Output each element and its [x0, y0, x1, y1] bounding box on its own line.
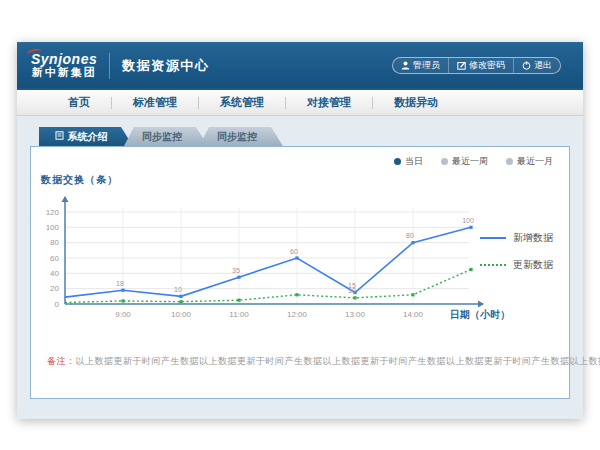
chart-legend: 新增数据 更新数据	[480, 231, 553, 272]
svg-text:120: 120	[46, 208, 60, 217]
svg-text:35: 35	[232, 267, 240, 274]
note-text: 以上数据更新于时间产生数据以上数据更新于时间产生数据以上数据更新于时间产生数据以…	[76, 356, 600, 366]
power-icon	[522, 61, 531, 70]
svg-text:60: 60	[50, 254, 59, 263]
tab-label: 同步监控	[142, 130, 182, 144]
svg-text:9:00: 9:00	[115, 310, 131, 319]
tab-label: 同步监控	[217, 130, 257, 144]
logout-label: 退出	[534, 59, 552, 72]
svg-text:100: 100	[46, 223, 60, 232]
tab-system-intro[interactable]: 系统介绍	[39, 127, 133, 146]
svg-text:20: 20	[50, 284, 59, 293]
svg-text:18: 18	[116, 280, 124, 287]
footer-note: 备注：以上数据更新于时间产生数据以上数据更新于时间产生数据以上数据更新于时间产生…	[47, 355, 600, 368]
legend-item-update-data: 更新数据	[480, 258, 553, 272]
header-divider	[109, 53, 110, 79]
svg-text:40: 40	[50, 269, 59, 278]
legend-label: 新增数据	[513, 231, 553, 245]
chart-panel: 当日 最近一周 最近一月 数据交换（条） 0204060801001209:00…	[30, 146, 570, 399]
edit-icon	[457, 61, 466, 70]
logout-button[interactable]: 退出	[513, 58, 560, 73]
legend-item-new-data: 新增数据	[480, 231, 553, 245]
svg-text:日期（小时）: 日期（小时）	[450, 309, 510, 320]
radio-last-week[interactable]: 最近一周	[441, 155, 488, 168]
svg-text:10: 10	[348, 287, 356, 294]
solid-line-icon	[480, 237, 506, 239]
tab-label: 系统介绍	[68, 130, 108, 144]
user-toolbar: 管理员 修改密码 退出	[392, 57, 561, 74]
tab-sync-monitor-2[interactable]: 同步监控	[199, 127, 283, 146]
logo-text: Synjones	[31, 52, 97, 67]
svg-text:10: 10	[174, 286, 182, 293]
svg-text:13:00: 13:00	[345, 310, 366, 319]
content-area: 系统介绍 同步监控 同步监控 当日 最近一周	[17, 116, 583, 419]
svg-text:12:00: 12:00	[287, 310, 308, 319]
nav-item-system-mgmt[interactable]: 系统管理	[199, 90, 285, 115]
note-label: 备注：	[47, 356, 76, 366]
tab-sync-monitor-1[interactable]: 同步监控	[124, 127, 208, 146]
nav-item-data-change[interactable]: 数据异动	[373, 90, 459, 115]
change-password-button[interactable]: 修改密码	[448, 58, 513, 73]
radio-last-month[interactable]: 最近一月	[506, 155, 553, 168]
time-range-filter: 当日 最近一周 最近一月	[394, 155, 553, 168]
radio-dot-icon	[506, 158, 513, 165]
tab-bar: 系统介绍 同步监控 同步监控	[39, 127, 283, 146]
svg-text:0: 0	[55, 300, 60, 309]
svg-text:100: 100	[462, 217, 474, 224]
svg-text:80: 80	[50, 238, 59, 247]
page-title: 数据资源中心	[122, 57, 209, 75]
app-window: Synjones 新中新集团 数据资源中心 管理员 修改密码	[17, 42, 583, 419]
svg-text:80: 80	[406, 232, 414, 239]
app-header: Synjones 新中新集团 数据资源中心 管理员 修改密码	[17, 42, 583, 88]
radio-label: 最近一月	[517, 155, 553, 168]
user-icon	[401, 61, 410, 70]
radio-today[interactable]: 当日	[394, 155, 423, 168]
nav-item-standard-mgmt[interactable]: 标准管理	[112, 90, 198, 115]
y-axis-label: 数据交换（条）	[41, 173, 118, 187]
user-button-label: 管理员	[413, 59, 440, 72]
legend-label: 更新数据	[513, 258, 553, 272]
company-logo: Synjones 新中新集团	[31, 52, 97, 78]
svg-text:60: 60	[290, 248, 298, 255]
radio-dot-icon	[441, 158, 448, 165]
svg-text:11:00: 11:00	[229, 310, 249, 319]
svg-text:14:00: 14:00	[403, 310, 424, 319]
radio-label: 当日	[405, 155, 423, 168]
document-icon	[55, 131, 64, 142]
change-password-label: 修改密码	[469, 59, 505, 72]
logo-subtext: 新中新集团	[31, 67, 97, 79]
radio-label: 最近一周	[452, 155, 488, 168]
svg-text:10:00: 10:00	[171, 310, 192, 319]
dotted-line-icon	[480, 264, 506, 266]
radio-dot-icon	[394, 158, 401, 165]
main-nav: 首页 标准管理 系统管理 对接管理 数据异动	[17, 88, 583, 116]
nav-item-docking-mgmt[interactable]: 对接管理	[286, 90, 372, 115]
user-button[interactable]: 管理员	[393, 58, 448, 73]
nav-item-home[interactable]: 首页	[47, 90, 111, 115]
